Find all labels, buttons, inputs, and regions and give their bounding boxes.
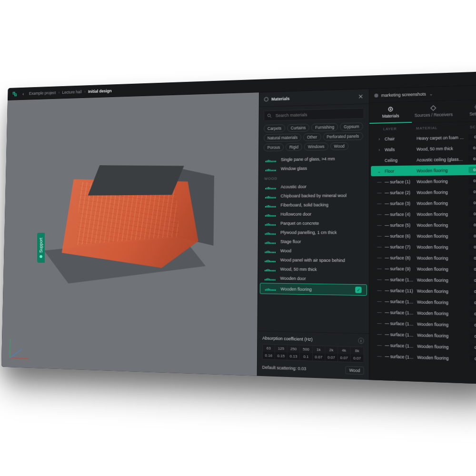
expand-toggle[interactable]: — xyxy=(374,288,385,293)
layer-subrow[interactable]: —— surface (5)Wooden flooring0.03 xyxy=(371,219,476,230)
expand-toggle[interactable]: — xyxy=(374,342,385,347)
tab-materials[interactable]: Materials xyxy=(369,102,412,124)
svg-rect-105 xyxy=(270,279,271,280)
material-item[interactable]: Acoustic door xyxy=(260,182,367,191)
expand-toggle[interactable]: ⌄ xyxy=(374,169,385,174)
breadcrumb-item[interactable]: Lecture hall xyxy=(62,89,81,95)
scatter-value[interactable]: 0.03 xyxy=(469,199,476,206)
expand-toggle[interactable]: — xyxy=(374,298,385,304)
material-tag[interactable]: Rigid xyxy=(286,143,302,151)
layer-material: Wooden flooring xyxy=(417,299,469,306)
layer-row[interactable]: ›WallsWood, 50 mm thick0.04 xyxy=(371,142,476,155)
svg-rect-22 xyxy=(267,187,268,189)
expand-toggle[interactable]: — xyxy=(374,190,385,195)
tab-settings[interactable]: Settings xyxy=(455,99,476,122)
close-icon[interactable] xyxy=(357,93,364,100)
material-tag[interactable]: Perforated panels xyxy=(323,132,363,141)
scatter-value[interactable]: 0.04 xyxy=(468,145,476,151)
scatter-value[interactable]: 0.03 xyxy=(469,322,476,329)
expand-toggle[interactable]: — xyxy=(374,277,385,282)
expand-toggle[interactable]: › xyxy=(374,147,385,152)
material-item[interactable]: Plywood panelling, 1 cm thick xyxy=(260,228,367,237)
material-tag[interactable]: Carpets xyxy=(264,124,285,132)
layer-subrow[interactable]: —— surface (2)Wooden flooring0.03 xyxy=(371,187,476,198)
scatter-value[interactable]: 0.03 xyxy=(470,333,476,340)
expand-toggle[interactable]: — xyxy=(374,266,385,271)
material-item[interactable]: Single pane of glass, >4 mm xyxy=(261,154,367,164)
expand-toggle[interactable]: — xyxy=(374,212,385,217)
layer-row[interactable]: ›ChairHeavy carpet on foam …0.2 xyxy=(371,131,476,144)
material-item[interactable]: Wooden door xyxy=(260,274,367,284)
info-icon[interactable]: i xyxy=(358,337,364,344)
scatter-value[interactable]: 0.03 xyxy=(469,310,476,317)
scatter-value[interactable]: 0.03 xyxy=(469,188,476,195)
expand-toggle[interactable]: — xyxy=(374,244,385,249)
layer-subrow[interactable]: —— surface (8)Wooden flooring0.03 xyxy=(371,252,476,264)
support-tab[interactable]: Support xyxy=(37,233,45,263)
material-tag[interactable]: Gypsum xyxy=(340,122,363,130)
scatter-value[interactable]: 0.03 xyxy=(469,266,476,273)
search-input[interactable] xyxy=(275,110,361,119)
breadcrumb-item[interactable]: Example project xyxy=(29,90,56,95)
layer-subrow[interactable]: —— surface (9)Wooden flooring0.03 xyxy=(371,263,476,275)
material-item[interactable]: Wood xyxy=(260,246,367,256)
material-item[interactable]: Hollowcore door xyxy=(260,209,367,218)
expand-toggle[interactable]: — xyxy=(374,320,385,326)
tab-sources-receivers[interactable]: Sources / Receivers xyxy=(412,100,455,123)
scatter-value[interactable]: 0.03 xyxy=(469,233,476,239)
material-tag[interactable]: Curtains xyxy=(287,124,309,132)
material-item[interactable]: Wood panel with air space behind xyxy=(260,256,367,265)
expand-toggle[interactable]: — xyxy=(374,255,385,260)
scatter-value[interactable]: 0.2 xyxy=(468,133,476,140)
layer-table[interactable]: ›ChairHeavy carpet on foam …0.2›WallsWoo… xyxy=(369,131,476,385)
scatter-value[interactable]: 0.03 xyxy=(470,356,476,363)
back-button[interactable]: ‹ xyxy=(22,91,24,96)
breadcrumb-current: Initial design xyxy=(88,89,112,94)
scatter-value[interactable]: 0.03 xyxy=(469,299,476,307)
scatter-value[interactable]: 0.03 xyxy=(468,167,476,173)
expand-toggle[interactable]: — xyxy=(374,309,385,315)
material-item[interactable]: Window glass xyxy=(261,163,367,173)
layer-subrow[interactable]: —— surface (1…Wooden flooring0.03 xyxy=(371,274,476,286)
material-item[interactable]: Fiberboard, solid backing xyxy=(260,200,367,209)
material-tag[interactable]: Natural materials xyxy=(264,133,301,142)
material-tag[interactable]: Windows xyxy=(304,142,328,150)
scatter-value[interactable]: 0.03 xyxy=(469,178,476,184)
scatter-value[interactable]: 0.03 xyxy=(469,244,476,250)
expand-toggle[interactable]: — xyxy=(374,179,385,185)
expand-toggle[interactable]: — xyxy=(374,201,385,206)
search-input-wrapper[interactable] xyxy=(264,108,364,121)
material-tag[interactable]: Other xyxy=(303,133,321,141)
scatter-value[interactable]: 0.03 xyxy=(469,277,476,284)
layer-subrow[interactable]: —— surface (1…Wooden flooring0.03 xyxy=(371,350,476,365)
material-item[interactable]: Chipboard backed by mineral wool xyxy=(260,191,367,200)
scatter-value[interactable]: 0.03 xyxy=(469,210,476,217)
material-item[interactable]: Wooden flooring✓ xyxy=(260,283,367,296)
material-tag[interactable]: Furnishing xyxy=(311,123,338,131)
material-tag[interactable]: Wood xyxy=(330,142,349,150)
layer-row[interactable]: ⌄FloorWooden flooring0.03 xyxy=(371,164,476,176)
expand-toggle[interactable]: — xyxy=(374,353,385,358)
layer-row[interactable]: CeilingAcoustic ceiling (glass…0.05 xyxy=(371,153,476,166)
layer-subrow[interactable]: —— surface (7)Wooden flooring0.03 xyxy=(371,241,476,252)
expand-toggle[interactable]: — xyxy=(374,233,385,238)
expand-toggle[interactable]: › xyxy=(374,136,385,141)
materials-list[interactable]: Single pane of glass, >4 mmWindow glassW… xyxy=(258,152,369,333)
material-item[interactable]: Parquet on concrete xyxy=(260,219,367,228)
scatter-value[interactable]: 0.03 xyxy=(470,344,476,351)
layer-subrow[interactable]: —— surface (3)Wooden flooring0.03 xyxy=(371,198,476,208)
scatter-value[interactable]: 0.03 xyxy=(469,288,476,295)
scatter-value[interactable]: 0.05 xyxy=(468,156,476,162)
material-item[interactable]: Stage floor xyxy=(260,237,367,246)
material-category-chip[interactable]: Wood xyxy=(345,366,364,375)
material-item[interactable]: Wood, 50 mm thick xyxy=(260,265,367,275)
scatter-value[interactable]: 0.03 xyxy=(469,222,476,228)
layer-subrow[interactable]: —— surface (4)Wooden flooring0.03 xyxy=(371,208,476,219)
layer-subrow[interactable]: —— surface (11)Wooden flooring0.03 xyxy=(371,285,476,297)
layer-subrow[interactable]: —— surface (6)Wooden flooring0.03 xyxy=(371,231,476,242)
expand-toggle[interactable]: — xyxy=(374,331,385,337)
scatter-value[interactable]: 0.03 xyxy=(469,255,476,261)
material-tag[interactable]: Porous xyxy=(264,143,284,151)
expand-toggle[interactable]: — xyxy=(374,222,385,227)
layer-subrow[interactable]: —— surface (1)Wooden flooring0.03 xyxy=(371,175,476,187)
